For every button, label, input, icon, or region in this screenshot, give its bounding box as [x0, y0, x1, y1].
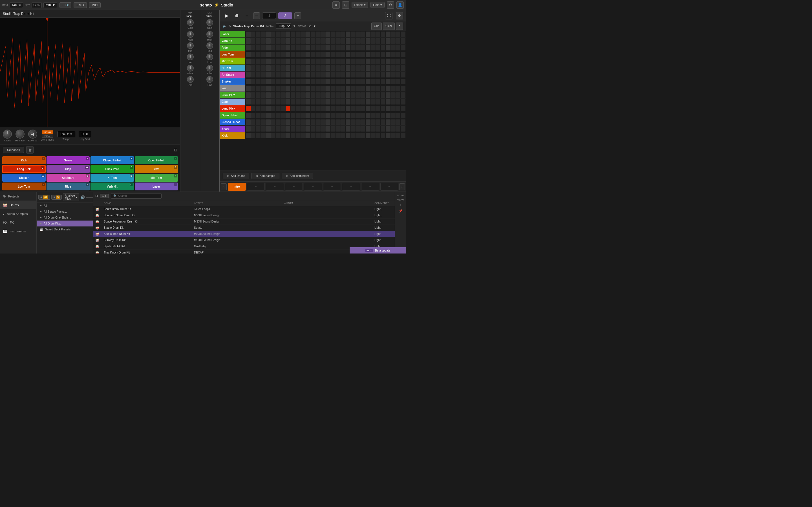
step-button[interactable]	[251, 32, 256, 37]
step-button[interactable]	[311, 65, 315, 71]
song-row[interactable]: 🥁Space Percussion Drum KitMSXII Sound De…	[93, 219, 395, 225]
step-button[interactable]	[276, 72, 281, 77]
step-button[interactable]	[351, 93, 356, 98]
step-button[interactable]	[261, 79, 266, 84]
step-button[interactable]	[266, 126, 271, 131]
step-button[interactable]	[386, 113, 391, 118]
step-button[interactable]	[326, 99, 331, 105]
step-button[interactable]	[276, 99, 281, 105]
step-button[interactable]	[286, 93, 291, 98]
step-button[interactable]	[396, 113, 401, 118]
step-button[interactable]	[251, 99, 256, 105]
step-button[interactable]	[391, 99, 396, 105]
step-button[interactable]	[276, 32, 281, 37]
step-button[interactable]	[296, 32, 301, 37]
step-button[interactable]	[336, 32, 341, 37]
step-button[interactable]	[261, 32, 266, 37]
step-button[interactable]	[331, 113, 336, 118]
step-button[interactable]	[261, 126, 266, 131]
step-button[interactable]	[301, 65, 306, 71]
step-button[interactable]	[371, 32, 375, 37]
step-button[interactable]	[356, 133, 361, 138]
step-button[interactable]	[276, 113, 281, 118]
step-button[interactable]	[296, 86, 301, 91]
step-button[interactable]	[401, 79, 405, 84]
step-button[interactable]	[321, 59, 326, 64]
step-button[interactable]	[301, 52, 306, 57]
step-button[interactable]	[276, 126, 281, 131]
collapse-button[interactable]: ∧	[396, 22, 403, 30]
step-button[interactable]	[341, 86, 346, 91]
step-button[interactable]	[351, 126, 356, 131]
step-button[interactable]	[351, 99, 356, 105]
step-button[interactable]	[386, 38, 391, 44]
song-row[interactable]: 🥁Studio Drum KitSeratoLight,	[93, 225, 395, 231]
step-button[interactable]	[311, 126, 315, 131]
step-button[interactable]	[380, 119, 386, 125]
step-button[interactable]	[366, 32, 370, 37]
step-button[interactable]	[331, 86, 336, 91]
nav-item-drums[interactable]: 🥁Drums	[0, 201, 36, 209]
step-button[interactable]	[316, 52, 320, 57]
step-button[interactable]	[366, 59, 370, 64]
step-button[interactable]	[361, 126, 366, 131]
step-button[interactable]	[281, 113, 286, 118]
song-row[interactable]: 🥁South Bronx Drum KitTouch LoopsLight,	[93, 206, 395, 212]
step-button[interactable]	[371, 59, 375, 64]
step-button[interactable]	[391, 65, 396, 71]
step-button[interactable]	[386, 99, 391, 105]
step-button[interactable]	[271, 126, 276, 131]
step-button[interactable]	[380, 32, 386, 37]
step-button[interactable]	[266, 32, 271, 37]
chevron-icon[interactable]: ‹	[400, 203, 401, 207]
step-button[interactable]	[391, 106, 396, 111]
step-button[interactable]	[251, 106, 256, 111]
step-button[interactable]	[346, 126, 350, 131]
step-button[interactable]	[261, 113, 266, 118]
step-button[interactable]	[391, 119, 396, 125]
mix-filter-knob[interactable]	[187, 65, 194, 71]
step-button[interactable]	[251, 79, 256, 84]
step-button[interactable]	[321, 106, 326, 111]
step-button[interactable]	[256, 86, 260, 91]
record-button[interactable]: –	[243, 12, 251, 20]
step-button[interactable]	[376, 32, 380, 37]
mix2-filter-knob[interactable]	[206, 65, 213, 71]
step-button[interactable]	[286, 113, 291, 118]
step-button[interactable]	[301, 45, 306, 50]
step-button[interactable]	[321, 126, 326, 131]
step-button[interactable]	[321, 79, 326, 84]
step-button[interactable]	[380, 99, 386, 105]
step-button[interactable]	[266, 133, 271, 138]
nav-item-projects[interactable]: ⊕Projects	[0, 192, 36, 201]
step-button[interactable]	[336, 79, 341, 84]
step-button[interactable]	[366, 86, 370, 91]
step-button[interactable]	[306, 32, 311, 37]
step-button[interactable]	[401, 65, 405, 71]
step-button[interactable]	[316, 133, 320, 138]
step-button[interactable]	[356, 72, 361, 77]
step-button[interactable]	[346, 79, 350, 84]
step-button[interactable]	[371, 113, 375, 118]
step-button[interactable]	[346, 59, 350, 64]
step-button[interactable]	[256, 99, 260, 105]
step-button[interactable]	[371, 126, 375, 131]
step-button[interactable]	[266, 45, 271, 50]
step-button[interactable]	[281, 59, 286, 64]
step-button[interactable]	[396, 106, 401, 111]
pin-icon[interactable]: 📌	[399, 209, 403, 213]
step-button[interactable]	[246, 32, 251, 37]
step-button[interactable]	[396, 52, 401, 57]
step-button[interactable]	[251, 52, 256, 57]
step-button[interactable]	[391, 79, 396, 84]
step-button[interactable]	[341, 93, 346, 98]
browser-item[interactable]: ✦All Serato Packs...	[37, 209, 93, 215]
play-button[interactable]: ▶	[223, 12, 231, 20]
step-button[interactable]	[296, 59, 301, 64]
step-button[interactable]	[361, 32, 366, 37]
pattern-cell[interactable]: +	[323, 183, 341, 191]
step-button[interactable]	[251, 72, 256, 77]
add-instrument-button[interactable]: ⊕ Add Instrument	[282, 173, 313, 179]
browser-item[interactable]: ✦All Drum One Shots...	[37, 215, 93, 221]
step-button[interactable]	[401, 45, 405, 50]
